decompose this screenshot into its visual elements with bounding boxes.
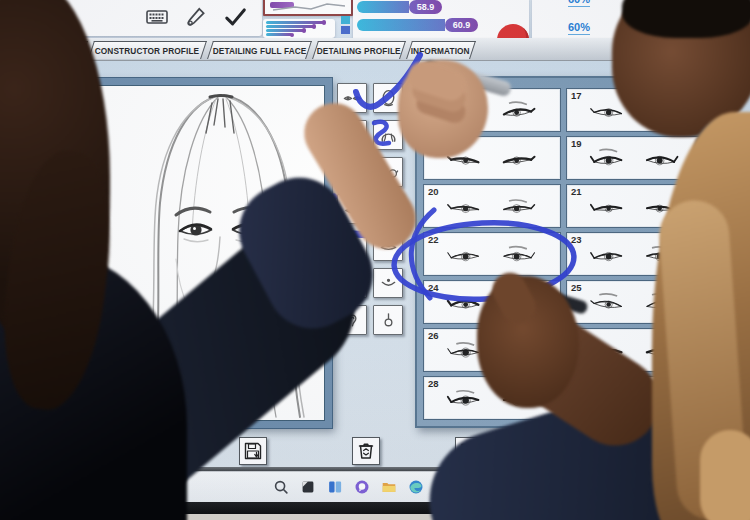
tab-bar: ASCONSTRUCTOR PROFILEDETAILING FULL FACE… — [0, 38, 750, 61]
ear-icon[interactable] — [337, 305, 367, 335]
kpi-bar-row: 58.9 — [357, 0, 442, 14]
eyebrows-icon[interactable] — [337, 157, 367, 187]
thumb-line — [265, 0, 351, 14]
kpi-bar-row: 60.9 — [357, 18, 478, 32]
hair-icon[interactable] — [373, 120, 403, 150]
nose-icon[interactable] — [337, 120, 367, 150]
head-icon[interactable] — [373, 83, 403, 113]
screen-bezel — [0, 502, 750, 514]
percent-label: 60% — [568, 21, 590, 33]
eye-option-cell[interactable]: 21 — [566, 184, 704, 228]
wall-below-screen — [0, 514, 750, 520]
accent-squares — [341, 16, 351, 38]
tab-detailing-full-face[interactable]: DETAILING FULL FACE — [207, 41, 312, 59]
eye-option-cell[interactable]: 20 — [423, 184, 561, 228]
tab-constructor-profile[interactable]: CONSTRUCTOR PROFILE — [88, 41, 207, 59]
ink-toolbar-panel — [62, 0, 262, 36]
eye-option-cell[interactable]: 22 — [423, 232, 561, 276]
tab-as[interactable]: AS — [52, 41, 88, 59]
mini-bar-chart — [263, 19, 335, 38]
percent-stats-panel: 60% 60% — [532, 0, 644, 38]
eye-pair-drawing — [569, 240, 701, 278]
eye-option-cell[interactable]: 26 — [423, 328, 561, 372]
delete-button[interactable] — [352, 437, 380, 465]
kpi-value-badge: 58.9 — [409, 0, 442, 14]
search-icon[interactable] — [271, 477, 291, 497]
eye-pair-drawing — [569, 192, 701, 230]
eye-option-cell[interactable]: 19 — [566, 136, 704, 180]
eye-option-cell[interactable]: 17 — [566, 88, 704, 132]
save-button[interactable] — [239, 437, 267, 465]
glasses-icon[interactable] — [373, 157, 403, 187]
kpi-value-badge: 60.9 — [445, 18, 478, 32]
smile-icon[interactable] — [373, 268, 403, 298]
eye-option-cell[interactable] — [566, 376, 704, 420]
composite-face-sketch — [92, 85, 325, 421]
eye-option-cell[interactable]: 28 — [423, 376, 561, 420]
beard-icon[interactable] — [337, 268, 367, 298]
eye-pair-drawing — [426, 336, 558, 374]
composite-face-panel — [85, 78, 332, 428]
eye-option-cell[interactable]: 24 — [423, 280, 561, 324]
eye-option-cell[interactable] — [423, 136, 561, 180]
go-first-button[interactable] — [455, 437, 483, 465]
mouth-icon[interactable] — [337, 194, 367, 224]
eye-options-grid: 17 19 20 21 22 23 24 — [415, 76, 712, 428]
task-view-icon[interactable] — [325, 477, 345, 497]
eye-pair-drawing — [569, 336, 701, 374]
accessory-icon[interactable] — [373, 305, 403, 335]
eye-option-cell[interactable] — [423, 88, 561, 132]
store-icon[interactable] — [433, 477, 453, 497]
percent-label: 60% — [568, 0, 590, 5]
eye-pair-drawing — [426, 384, 558, 422]
edge-icon[interactable] — [406, 477, 426, 497]
eye-option-cell[interactable]: 23 — [566, 232, 704, 276]
moustache-icon[interactable] — [337, 231, 367, 261]
eye-pair-drawing — [426, 288, 558, 326]
tab-detailing-profile[interactable]: DETAILING PROFILE — [312, 41, 406, 59]
previous-button[interactable] — [487, 437, 515, 465]
eye-pair-drawing — [426, 240, 558, 278]
eye-option-cell[interactable] — [566, 328, 704, 372]
pen-icon[interactable] — [183, 4, 209, 30]
chart-thumbnail — [263, 0, 353, 16]
eye-pair-drawing — [426, 96, 558, 134]
eye-pair-drawing — [426, 144, 558, 182]
chat-icon[interactable] — [352, 477, 372, 497]
eye-option-cell[interactable]: 25 — [566, 280, 704, 324]
eye-pair-drawing — [426, 192, 558, 230]
eye-pair-drawing — [569, 288, 701, 326]
wrinkles-icon[interactable] — [373, 194, 403, 224]
eyes-icon[interactable] — [337, 83, 367, 113]
windows-taskbar — [0, 471, 750, 502]
app-window-icon[interactable] — [298, 477, 318, 497]
lips-icon[interactable] — [373, 231, 403, 261]
file-explorer-icon[interactable] — [379, 477, 399, 497]
eye-pair-drawing — [569, 144, 701, 182]
feature-category-buttons — [337, 83, 403, 335]
background-dashboard: 58.9 60.9 60% 60% — [0, 0, 750, 38]
photo-of-touchscreen-scene: { "dashboard": { "toolbar_icons": ["keyb… — [0, 0, 750, 520]
eye-pair-drawing — [569, 384, 701, 422]
eye-pair-drawing — [569, 96, 701, 134]
tab-information[interactable]: INFORMATION — [406, 41, 476, 59]
next-button[interactable] — [596, 437, 624, 465]
check-icon[interactable] — [222, 4, 248, 30]
keyboard-icon[interactable] — [144, 4, 170, 30]
